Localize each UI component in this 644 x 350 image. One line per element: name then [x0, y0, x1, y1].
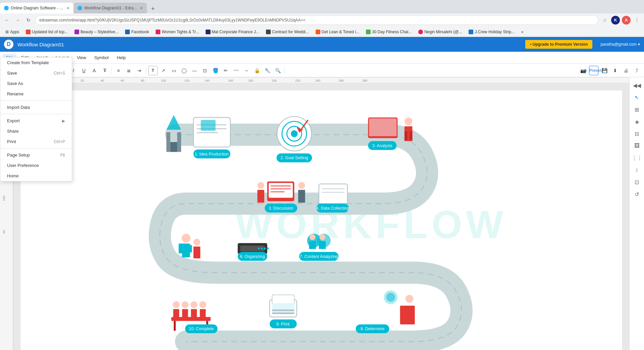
refresh-btn[interactable]: ↻ — [24, 16, 33, 25]
separator-2 — [0, 114, 72, 114]
connector-btn[interactable]: ↗ — [159, 66, 168, 75]
line-btn[interactable]: — — [190, 66, 199, 75]
image-btn[interactable]: 🖼 — [632, 140, 642, 151]
save-cloud-btn[interactable]: 💾 — [600, 66, 609, 75]
address-bar[interactable]: edrawmax.com/online/app.html?y0/KUjV2KUg… — [35, 15, 598, 25]
bookmark-1[interactable]: Updated list of top... — [23, 29, 70, 35]
menu-symbol[interactable]: Symbol — [91, 54, 112, 61]
theme-btn[interactable]: ◈ — [632, 116, 642, 127]
inactive-tab[interactable]: Workflow Diagram01 - Edraw M... ✕ — [73, 3, 147, 13]
menu-user-preference[interactable]: User Preference — [0, 160, 72, 171]
more-right-btn2[interactable]: ⊡ — [632, 177, 642, 187]
menu-view[interactable]: View — [73, 54, 90, 61]
font-color-btn[interactable]: A — [90, 66, 99, 75]
svg-text:4. Data Collecting: 4. Data Collecting — [316, 206, 349, 211]
menu-home[interactable]: Home — [0, 171, 72, 181]
tab-close-btn[interactable]: ✕ — [66, 6, 69, 10]
diagram-canvas[interactable]: WORKFLOW — [20, 90, 623, 350]
svg-point-40 — [291, 130, 298, 137]
bookmark-4[interactable]: Women Tights & Tr... — [153, 29, 202, 35]
page-view-btn[interactable]: ⊟ — [632, 128, 642, 139]
menu-rename[interactable]: Rename — [0, 89, 72, 99]
tab-favicon — [4, 6, 9, 10]
bookmark-9[interactable]: Negin Mirsalehi (@... — [416, 29, 465, 35]
menu-print[interactable]: Print Ctrl+P — [0, 136, 72, 147]
more-right-btn1[interactable]: ↕ — [632, 165, 642, 175]
bookmark-7[interactable]: Get Lean & Toned i... — [313, 29, 362, 35]
forward-btn[interactable]: → — [13, 16, 22, 25]
crop-btn[interactable]: ⊡ — [200, 66, 210, 75]
rect-btn[interactable]: ▭ — [169, 66, 178, 75]
shape-panel-btn[interactable]: ⊞ — [632, 104, 642, 115]
line-style-btn[interactable]: 〰 — [231, 66, 241, 75]
print-btn[interactable]: 🖨 — [621, 66, 631, 75]
canvas-content[interactable]: -40 -20 0 40 100 -40 WORKFLOW — [0, 83, 629, 350]
more-btn[interactable]: ⋮ — [633, 16, 641, 25]
text-style-btn[interactable]: 𝐓 — [100, 66, 109, 75]
bookmarks-more[interactable]: » — [519, 29, 526, 35]
svg-point-101 — [191, 301, 198, 308]
collapse-panel-btn[interactable]: ◀◀ — [632, 80, 642, 91]
network-btn[interactable]: ⋮⋮ — [632, 152, 642, 163]
tab2-close-btn[interactable]: ✕ — [140, 6, 143, 10]
align-btn[interactable]: ≣ — [124, 66, 133, 75]
bookmark-btn[interactable]: ☆ — [600, 16, 609, 25]
menu-import[interactable]: Import Data — [0, 102, 72, 113]
back-btn[interactable]: ← — [3, 16, 11, 25]
svg-point-103 — [199, 301, 206, 308]
canvas-area[interactable]: -40 -20 0 20 40 60 80 100 120 140 160 18… — [0, 77, 629, 350]
menu-save[interactable]: Save Ctrl+S — [0, 68, 72, 78]
menu-page-setup[interactable]: Page Setup F6 — [0, 150, 72, 160]
bookmark9-icon — [418, 30, 423, 34]
underline-btn[interactable]: U — [79, 66, 89, 75]
menu-save-as[interactable]: Save As — [0, 78, 72, 89]
lock-btn[interactable]: 🔒 — [252, 66, 262, 75]
bookmark-3[interactable]: Facebook — [122, 29, 152, 35]
svg-point-97 — [173, 301, 180, 308]
present-btn[interactable]: ⏵ Present — [589, 66, 598, 75]
bookmark-6[interactable]: Contract for Weddi... — [263, 29, 312, 35]
pencil-btn[interactable]: ✏ — [221, 66, 230, 75]
svg-rect-109 — [272, 303, 294, 314]
svg-text:6. Organizing: 6. Organizing — [240, 254, 265, 259]
bookmark-5[interactable]: Mǁ Mal Corporate Finance J... — [203, 29, 262, 35]
svg-text:2. Goal Setting: 2. Goal Setting — [280, 156, 308, 160]
svg-text:120: 120 — [184, 79, 190, 82]
menu-bar: File Edit Insert Layout View Symbol Help — [0, 52, 644, 64]
svg-rect-102 — [191, 309, 197, 319]
arrow-style-btn[interactable]: ↔ — [242, 66, 251, 75]
bookmark4-icon — [156, 30, 160, 34]
active-tab[interactable]: Online Diagram Software - Edraw... ✕ — [0, 3, 73, 13]
menu-create-template[interactable]: Create from Template — [0, 57, 72, 68]
user-email-btn[interactable]: paratha@gmail.com ▾ — [600, 42, 640, 47]
svg-rect-54 — [257, 190, 264, 203]
pointer-tool-btn[interactable]: ↖ — [632, 92, 642, 103]
share-btn[interactable]: ⤴ — [632, 66, 641, 75]
bookmark-2[interactable]: Beauty – Styledrive... — [72, 29, 121, 35]
svg-text:60: 60 — [121, 79, 124, 82]
profile-btn[interactable]: K — [611, 16, 620, 25]
download-btn[interactable]: ⬇ — [610, 66, 620, 75]
active-tab-label: Online Diagram Software - Edraw... — [11, 6, 64, 10]
menu-share[interactable]: Share — [0, 126, 72, 136]
user-btn[interactable]: A — [622, 16, 631, 25]
bookmark-apps[interactable]: ⊞ Apps — [3, 29, 22, 35]
bookmark-10[interactable]: J.Crew Holiday Strip... — [466, 29, 517, 35]
text-box-btn[interactable]: T — [148, 66, 158, 75]
menu-export[interactable]: Export ▶ — [0, 116, 72, 126]
shape-btn[interactable]: ◯ — [179, 66, 189, 75]
svg-text:280: 280 — [362, 79, 367, 82]
history-btn[interactable]: ↺ — [632, 189, 642, 200]
menu-help[interactable]: Help — [113, 54, 129, 61]
bookmark-8[interactable]: 30 Day Fitness Chal... — [363, 29, 414, 35]
svg-rect-110 — [272, 310, 294, 311]
fill-btn[interactable]: 🪣 — [211, 66, 220, 75]
align-left-btn[interactable]: ≡ — [114, 66, 123, 75]
wrench-btn[interactable]: 🔧 — [263, 66, 272, 75]
indent-btn[interactable]: ⇥ — [135, 66, 144, 75]
upgrade-btn[interactable]: • Upgrade to Premium Version — [525, 40, 592, 49]
svg-rect-104 — [200, 309, 206, 319]
svg-rect-111 — [272, 312, 294, 314]
new-tab-btn[interactable]: + — [148, 4, 158, 13]
search-btn[interactable]: 🔍 — [273, 66, 282, 75]
